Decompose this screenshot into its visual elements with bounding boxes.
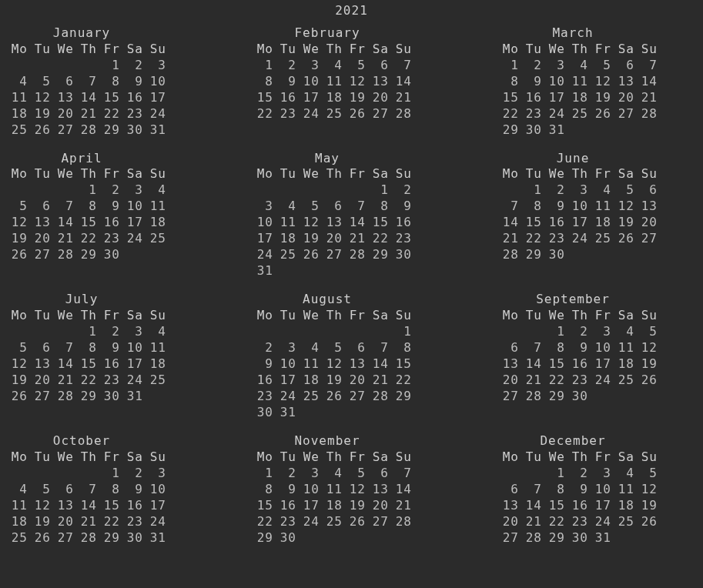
weekday-header: Fr — [99, 42, 122, 58]
calendar-day-cell: 11 — [321, 74, 344, 90]
calendar-day-cell: 8 — [367, 199, 390, 215]
weekday-header: Th — [567, 166, 590, 182]
calendar-day-cell: 15 — [75, 356, 99, 373]
calendar-day-cell: 15 — [390, 356, 413, 373]
weekday-header: Fr — [99, 166, 122, 182]
weekday-header: Sa — [613, 449, 636, 466]
calendar-day-cell — [6, 58, 29, 74]
calendar-day-cell: 21 — [75, 106, 99, 122]
calendar-day-cell — [29, 324, 52, 340]
calendar-day-cell: 31 — [275, 405, 298, 421]
calendar-day-cell: 13 — [52, 90, 75, 106]
calendar-day-cell: 27 — [321, 247, 344, 263]
month-title: February — [252, 25, 403, 42]
calendar-day-cell: 31 — [590, 530, 613, 546]
calendar-day-cell: 3 — [145, 466, 168, 482]
month-september: September MoTuWeThFrSaSu1234567891011121… — [497, 292, 659, 421]
calendar-day-cell: 31 — [145, 122, 168, 139]
calendar-day-cell: 3 — [298, 58, 321, 74]
calendar-day-cell — [390, 405, 413, 421]
calendar-day-cell — [252, 182, 275, 199]
month-title: October — [6, 433, 157, 449]
calendar-day-cell: 22 — [75, 231, 99, 247]
calendar-day-cell: 14 — [390, 482, 413, 498]
calendar-day-cell: 17 — [122, 356, 145, 373]
calendar-day-cell: 8 — [75, 199, 99, 215]
calendar-day-cell: 19 — [29, 106, 52, 122]
calendar-day-cell: 13 — [344, 356, 367, 373]
calendar-day-cell: 6 — [367, 466, 390, 482]
calendar-day-cell: 17 — [544, 90, 567, 106]
calendar-day-cell: 25 — [145, 231, 168, 247]
calendar-day-cell: 30 — [275, 530, 298, 546]
calendar-day-cell: 4 — [145, 324, 168, 340]
calendar-day-cell: 26 — [29, 122, 52, 139]
weekday-header: Sa — [613, 308, 636, 324]
calendar-week-row: 45678910 — [6, 482, 168, 498]
calendar-day-cell — [636, 530, 659, 546]
calendar-day-cell: 20 — [613, 90, 636, 106]
calendar-week-row: 2345678 — [252, 340, 413, 356]
calendar-day-cell: 13 — [29, 356, 52, 373]
calendar-day-cell: 4 — [321, 466, 344, 482]
calendar-day-cell: 7 — [521, 340, 544, 356]
calendar-day-cell: 4 — [6, 482, 29, 498]
month-title: April — [6, 151, 157, 167]
calendar-day-cell: 15 — [252, 90, 275, 106]
calendar-day-cell: 18 — [298, 373, 321, 389]
month-table: MoTuWeThFrSaSu12345678910111213141516171… — [497, 308, 659, 405]
calendar-week-row: 18192021222324 — [6, 514, 168, 530]
month-may: May MoTuWeThFrSaSu1234567891011121314151… — [252, 151, 413, 280]
calendar-day-cell: 19 — [636, 498, 659, 514]
calendar-week-row: 15161718192021 — [497, 90, 659, 106]
calendar-day-cell: 21 — [390, 498, 413, 514]
calendar-day-cell: 26 — [636, 514, 659, 530]
calendar-day-cell: 7 — [521, 482, 544, 498]
calendar-day-cell: 9 — [567, 340, 590, 356]
calendar-day-cell: 24 — [567, 231, 590, 247]
calendar-day-cell: 18 — [145, 215, 168, 231]
weekday-header-row: MoTuWeThFrSaSu — [6, 308, 168, 324]
weekday-header: Fr — [344, 42, 367, 58]
calendar-day-cell: 24 — [298, 106, 321, 122]
calendar-day-cell: 20 — [52, 106, 75, 122]
calendar-day-cell: 6 — [52, 74, 75, 90]
calendar-day-cell: 19 — [29, 514, 52, 530]
calendar-week-row: 22232425262728 — [252, 106, 413, 122]
calendar-day-cell: 30 — [567, 389, 590, 405]
calendar-day-cell — [6, 324, 29, 340]
calendar-day-cell: 7 — [75, 74, 99, 90]
calendar-day-cell: 2 — [567, 466, 590, 482]
calendar-day-cell: 10 — [544, 74, 567, 90]
calendar-week-row: 12 — [252, 182, 413, 199]
calendar-day-cell: 18 — [613, 356, 636, 373]
calendar-day-cell: 21 — [497, 231, 521, 247]
calendar-day-cell: 22 — [99, 106, 122, 122]
calendar-week-row: 1234567 — [252, 466, 413, 482]
calendar-day-cell: 27 — [613, 106, 636, 122]
calendar-day-cell — [567, 247, 590, 263]
calendar-day-cell: 6 — [636, 182, 659, 199]
calendar-day-cell: 5 — [29, 482, 52, 498]
calendar-day-cell: 13 — [613, 74, 636, 90]
calendar-week-row: 11121314151617 — [6, 90, 168, 106]
calendar-day-cell — [52, 182, 75, 199]
calendar-day-cell: 28 — [390, 514, 413, 530]
calendar-day-cell: 31 — [145, 530, 168, 546]
weekday-header-row: MoTuWeThFrSaSu — [252, 449, 413, 466]
calendar-day-cell: 14 — [367, 356, 390, 373]
calendar-day-cell: 12 — [590, 74, 613, 90]
calendar-day-cell: 24 — [544, 106, 567, 122]
calendar-week-row: 78910111213 — [497, 199, 659, 215]
weekday-header: Sa — [122, 308, 145, 324]
calendar-day-cell: 7 — [344, 199, 367, 215]
month-title: May — [252, 151, 403, 167]
weekday-header: Tu — [521, 308, 544, 324]
calendar-day-cell: 2 — [99, 324, 122, 340]
calendar-week-row: 567891011 — [6, 199, 168, 215]
calendar-day-cell — [344, 405, 367, 421]
calendar-week-row: 12345 — [497, 324, 659, 340]
calendar-day-cell: 20 — [367, 90, 390, 106]
calendar-day-cell: 18 — [321, 90, 344, 106]
calendar-day-cell: 7 — [390, 58, 413, 74]
